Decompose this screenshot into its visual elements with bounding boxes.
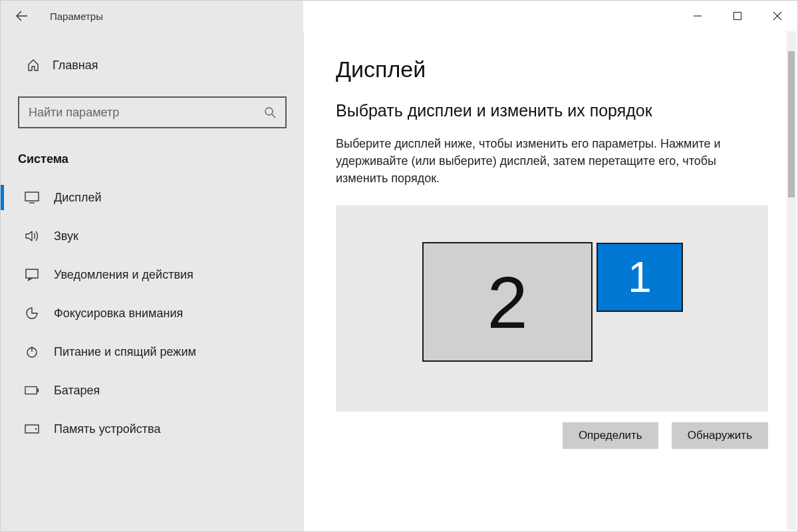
- section-description: Выберите дисплей ниже, чтобы изменить ег…: [336, 135, 761, 187]
- sidebar: Главная Система Дисплей Звук Уведо: [1, 31, 304, 531]
- window-title: Параметры: [50, 11, 103, 22]
- maximize-icon: [733, 11, 742, 21]
- sidebar-item-storage[interactable]: Память устройства: [1, 410, 304, 448]
- search-input[interactable]: [29, 106, 264, 120]
- sidebar-item-label: Питание и спящий режим: [54, 345, 196, 359]
- minimize-button[interactable]: [678, 1, 718, 31]
- sidebar-item-focus[interactable]: Фокусировка внимания: [1, 294, 304, 332]
- window-controls: [678, 1, 797, 31]
- sidebar-item-display[interactable]: Дисплей: [1, 178, 304, 217]
- monitor-tile-2[interactable]: 2: [422, 242, 593, 362]
- svg-point-2: [265, 108, 273, 115]
- close-button[interactable]: [757, 1, 797, 31]
- notifications-icon: [25, 267, 39, 282]
- sidebar-item-power[interactable]: Питание и спящий режим: [1, 332, 304, 371]
- storage-icon: [25, 422, 39, 436]
- sidebar-item-label: Память устройства: [54, 422, 160, 436]
- svg-point-12: [35, 428, 37, 430]
- sidebar-item-sound[interactable]: Звук: [1, 217, 304, 255]
- close-icon: [773, 11, 782, 21]
- sidebar-item-battery[interactable]: Батарея: [1, 371, 304, 410]
- sidebar-item-label: Фокусировка внимания: [54, 307, 183, 321]
- svg-rect-10: [37, 388, 39, 392]
- search-box[interactable]: [18, 96, 287, 128]
- scrollbar[interactable]: [787, 31, 796, 530]
- main-area: Главная Система Дисплей Звук Уведо: [1, 31, 797, 531]
- detect-button[interactable]: Обнаружить: [672, 422, 768, 449]
- sound-icon: [25, 229, 39, 243]
- svg-line-3: [272, 114, 275, 118]
- focus-icon: [25, 306, 39, 321]
- sidebar-item-notifications[interactable]: Уведомления и действия: [1, 255, 304, 294]
- power-icon: [25, 344, 39, 359]
- arrow-left-icon: [16, 10, 28, 22]
- sidebar-home-label: Главная: [53, 59, 98, 72]
- battery-icon: [25, 383, 39, 398]
- scrollbar-thumb[interactable]: [788, 51, 795, 198]
- identify-button[interactable]: Определить: [563, 422, 658, 449]
- svg-rect-9: [25, 387, 37, 394]
- minimize-icon: [693, 11, 702, 21]
- sidebar-item-label: Звук: [54, 229, 78, 243]
- monitor-label: 2: [487, 260, 527, 344]
- svg-rect-6: [26, 269, 38, 278]
- maximize-button[interactable]: [718, 1, 757, 31]
- content-area: Дисплей Выбрать дисплеи и изменить их по…: [304, 31, 797, 531]
- sidebar-item-label: Уведомления и действия: [54, 268, 194, 282]
- display-buttons: Определить Обнаружить: [336, 422, 768, 449]
- sidebar-home[interactable]: Главная: [1, 51, 304, 79]
- search-icon: [264, 106, 276, 118]
- back-button[interactable]: [13, 7, 31, 25]
- home-icon: [26, 58, 41, 72]
- titlebar: Параметры: [1, 1, 797, 31]
- display-icon: [25, 190, 39, 205]
- sidebar-item-label: Батарея: [54, 384, 100, 398]
- section-title: Выбрать дисплеи и изменить их порядок: [336, 101, 765, 120]
- svg-rect-1: [734, 13, 741, 20]
- monitor-label: 1: [628, 253, 652, 302]
- monitor-tile-1[interactable]: 1: [597, 243, 683, 312]
- svg-rect-4: [25, 192, 39, 201]
- page-title: Дисплей: [336, 57, 765, 82]
- display-arrange-area[interactable]: 2 1: [336, 205, 768, 412]
- sidebar-item-label: Дисплей: [54, 191, 102, 205]
- sidebar-category: Система: [1, 143, 304, 178]
